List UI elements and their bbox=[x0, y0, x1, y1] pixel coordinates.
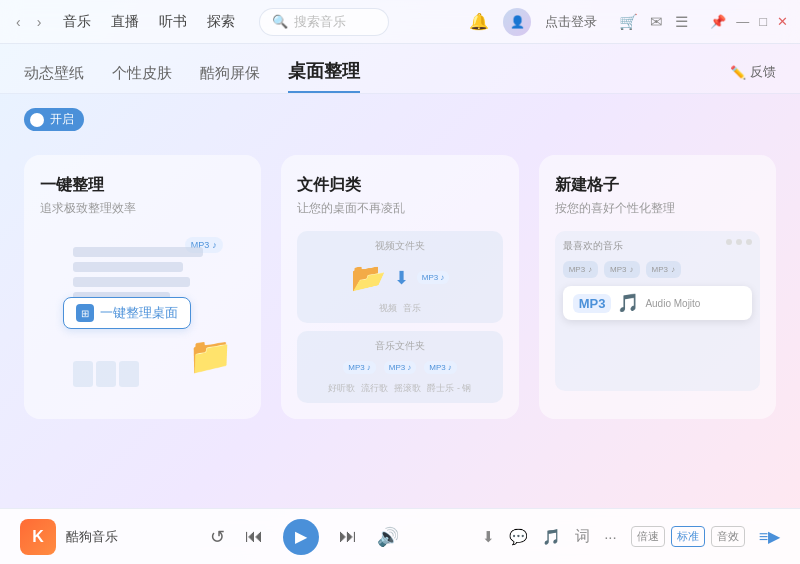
mp3-label-g3: MP3 bbox=[652, 265, 668, 274]
bell-icon[interactable]: 🔔 bbox=[469, 12, 489, 31]
next-button[interactable]: ⏭ bbox=[339, 526, 357, 547]
nav-live[interactable]: 直播 bbox=[111, 13, 139, 31]
doc-line-3 bbox=[73, 277, 190, 287]
volume-button[interactable]: 🔊 bbox=[377, 526, 399, 548]
song-name: Audio Mojito bbox=[645, 298, 700, 309]
feature-illus-2: 视频文件夹 📂 ⬇ MP3 ♪ 视频 音乐 音乐文件夹 M bbox=[297, 231, 502, 403]
grid-header: 最喜欢的音乐 bbox=[563, 239, 752, 253]
grid-frame: 最喜欢的音乐 MP3 ♪ MP3 ♪ bbox=[555, 231, 760, 391]
paper-3 bbox=[119, 361, 139, 387]
menu-icon[interactable]: ☰ bbox=[675, 13, 688, 31]
prev-button[interactable]: ⏮ bbox=[245, 526, 263, 547]
subnav-skin[interactable]: 个性皮肤 bbox=[112, 64, 172, 93]
toolbar-icons: 🛒 ✉ ☰ bbox=[619, 13, 688, 31]
subnav-screensaver[interactable]: 酷狗屏保 bbox=[200, 64, 260, 93]
toggle-circle bbox=[30, 113, 44, 127]
avatar-icon: 👤 bbox=[510, 15, 525, 29]
nav-menu: 音乐 直播 听书 探索 bbox=[63, 13, 235, 31]
title-bar-right: 🔔 👤 点击登录 🛒 ✉ ☰ 📌 — □ ✕ bbox=[469, 8, 788, 36]
grid-dot-2 bbox=[736, 239, 742, 245]
share-icon[interactable]: 🎵 bbox=[542, 528, 561, 546]
sub-nav: 动态壁纸 个性皮肤 酷狗屏保 桌面整理 ✏️ 反馈 bbox=[0, 44, 800, 94]
play-button[interactable]: ▶ bbox=[283, 519, 319, 555]
btn-label: 一键整理桌面 bbox=[100, 304, 178, 322]
feature-title-2: 文件归类 bbox=[297, 175, 502, 196]
mp3-small-2: MP3♪ bbox=[343, 361, 375, 374]
subnav-wallpaper[interactable]: 动态壁纸 bbox=[24, 64, 84, 93]
grid-item-1: MP3 ♪ bbox=[563, 261, 598, 278]
search-icon: 🔍 bbox=[272, 14, 288, 29]
download-icon[interactable]: ⬇ bbox=[482, 528, 495, 546]
player-logo: K bbox=[20, 519, 56, 555]
title-bar: ‹ › 音乐 直播 听书 探索 🔍 搜索音乐 🔔 👤 点击登录 🛒 ✉ ☰ 📌 … bbox=[0, 0, 800, 44]
cart-icon[interactable]: 🛒 bbox=[619, 13, 638, 31]
toggle-switch[interactable]: 开启 bbox=[24, 108, 84, 131]
feature-desc-3: 按您的喜好个性化整理 bbox=[555, 200, 760, 217]
window-close[interactable]: ✕ bbox=[777, 14, 788, 29]
doc-line-1 bbox=[73, 247, 203, 257]
paper-1 bbox=[73, 361, 93, 387]
playlist-icon[interactable]: ≡▶ bbox=[759, 527, 780, 546]
title-bar-left: ‹ › 音乐 直播 听书 探索 🔍 搜索音乐 bbox=[12, 8, 389, 36]
music-note-big: 🎵 bbox=[617, 292, 639, 314]
folder-icon-big: 📂 bbox=[351, 261, 386, 294]
music-note-icon: ♪ bbox=[212, 240, 217, 250]
player-right: ⬇ 💬 🎵 词 ··· 倍速 标准 音效 ≡▶ bbox=[482, 526, 780, 547]
group2-icons: MP3♪ MP3♪ MP3♪ bbox=[307, 361, 492, 374]
mp3-small-4: MP3♪ bbox=[424, 361, 456, 374]
note-icon-g2: ♪ bbox=[630, 265, 634, 274]
search-box[interactable]: 🔍 搜索音乐 bbox=[259, 8, 389, 36]
grid-title: 最喜欢的音乐 bbox=[563, 239, 623, 253]
login-button[interactable]: 点击登录 bbox=[545, 13, 597, 31]
window-minimize[interactable]: — bbox=[736, 14, 749, 29]
arrow-icon: ⬇ bbox=[394, 267, 409, 289]
group2-header: 音乐文件夹 bbox=[307, 339, 492, 353]
window-maximize[interactable]: □ bbox=[759, 14, 767, 29]
card1-illustration: MP3 ♪ ⊞ 一键整理桌面 📁 bbox=[53, 237, 233, 397]
mp3-small-1: MP3 ♪ bbox=[417, 271, 449, 284]
grid-actions bbox=[726, 239, 752, 253]
speed-badges: 倍速 标准 音效 bbox=[631, 526, 745, 547]
one-click-button[interactable]: ⊞ 一键整理桌面 bbox=[63, 297, 191, 329]
edit-icon: ✏️ bbox=[730, 65, 746, 80]
speed-option-0[interactable]: 倍速 bbox=[631, 526, 665, 547]
btn-icon: ⊞ bbox=[76, 304, 94, 322]
more-icon[interactable]: ··· bbox=[604, 528, 617, 545]
group1-icons: 📂 ⬇ MP3 ♪ bbox=[307, 261, 492, 294]
back-button[interactable]: ‹ bbox=[12, 10, 25, 34]
speed-option-2[interactable]: 音效 bbox=[711, 526, 745, 547]
mp3-highlight: MP3 🎵 Audio Mojito bbox=[563, 286, 752, 320]
folder-icon: 📁 bbox=[188, 335, 233, 377]
heart-icon[interactable]: 💬 bbox=[509, 528, 528, 546]
window-pin[interactable]: 📌 bbox=[710, 14, 726, 29]
note-icon-g1: ♪ bbox=[588, 265, 592, 274]
player-app-name: 酷狗音乐 bbox=[66, 528, 126, 546]
subnav-desktop[interactable]: 桌面整理 bbox=[288, 59, 360, 93]
search-placeholder: 搜索音乐 bbox=[294, 13, 346, 31]
group2-labels: 好听歌 流行歌 摇滚歌 爵士乐 - 钢 bbox=[307, 382, 492, 395]
grid-dot-1 bbox=[726, 239, 732, 245]
feature-title-1: 一键整理 bbox=[40, 175, 245, 196]
nav-explore[interactable]: 探索 bbox=[207, 13, 235, 31]
feature-illus-3: 最喜欢的音乐 MP3 ♪ MP3 ♪ bbox=[555, 231, 760, 403]
grid-item-2: MP3 ♪ bbox=[604, 261, 639, 278]
play-icon: ▶ bbox=[295, 527, 307, 546]
mail-icon[interactable]: ✉ bbox=[650, 13, 663, 31]
bottom-player: K 酷狗音乐 ↺ ⏮ ▶ ⏭ 🔊 ⬇ 💬 🎵 词 ··· 倍速 标准 音效 ≡▶ bbox=[0, 508, 800, 564]
lyrics-icon[interactable]: 词 bbox=[575, 527, 590, 546]
logo-letter: K bbox=[32, 528, 44, 546]
speed-option-1[interactable]: 标准 bbox=[671, 526, 705, 547]
feedback-button[interactable]: ✏️ 反馈 bbox=[730, 63, 776, 93]
file-group-2: 音乐文件夹 MP3♪ MP3♪ MP3♪ 好听歌 流行歌 摇滚歌 爵士乐 - 钢 bbox=[297, 331, 502, 403]
avatar: 👤 bbox=[503, 8, 531, 36]
grid-dot-3 bbox=[746, 239, 752, 245]
feature-card-1: 一键整理 追求极致整理效率 MP3 ♪ ⊞ bbox=[24, 155, 261, 419]
forward-button[interactable]: › bbox=[33, 10, 46, 34]
note-icon-g3: ♪ bbox=[671, 265, 675, 274]
nav-audiobook[interactable]: 听书 bbox=[159, 13, 187, 31]
shuffle-button[interactable]: ↺ bbox=[210, 526, 225, 548]
feature-card-2: 文件归类 让您的桌面不再凌乱 视频文件夹 📂 ⬇ MP3 ♪ 视频 音乐 bbox=[281, 155, 518, 419]
feature-card-3: 新建格子 按您的喜好个性化整理 最喜欢的音乐 MP3 ♪ bbox=[539, 155, 776, 419]
mp3-small-3: MP3♪ bbox=[384, 361, 416, 374]
nav-music[interactable]: 音乐 bbox=[63, 13, 91, 31]
